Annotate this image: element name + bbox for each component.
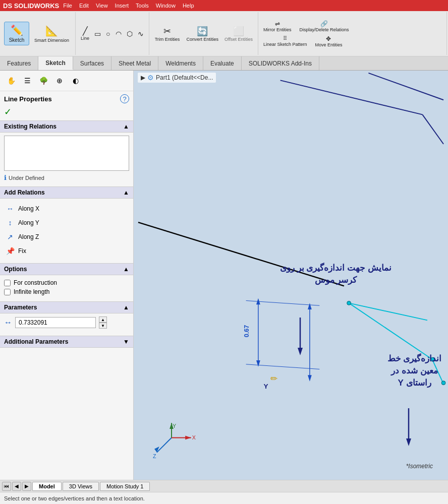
spin-up-button[interactable]: ▲ bbox=[99, 317, 107, 323]
svg-marker-33 bbox=[406, 438, 411, 446]
offset-icon: ⬜ bbox=[233, 26, 244, 37]
tab-sketch[interactable]: Sketch bbox=[38, 56, 73, 70]
feature-tabs: Features Sketch Surfaces Sheet Metal Wel… bbox=[0, 56, 448, 71]
menu-edit[interactable]: Edit bbox=[79, 3, 89, 9]
bottom-tab-bar: ⏮ ◀ ▶ Model 3D Views Motion Study 1 bbox=[0, 480, 448, 492]
display-delete-relations-button[interactable]: 🔗 Display/Delete Relations bbox=[297, 19, 351, 33]
collapse-options-icon: ▲ bbox=[123, 266, 129, 273]
parameters-section: Parameters ▲ ↔ ▲ ▼ bbox=[0, 301, 133, 334]
tab-surfaces[interactable]: Surfaces bbox=[73, 56, 111, 70]
tab-weldments[interactable]: Weldments bbox=[158, 56, 203, 70]
add-relations-section: Add Relations ▲ ↔ Along X ↕ Along Y ↗ Al… bbox=[0, 186, 133, 261]
tab-solidworks-addins[interactable]: SOLIDWORKS Add-Ins bbox=[242, 56, 319, 70]
mirror-icon: ⇌ bbox=[275, 20, 280, 27]
menu-file[interactable]: File bbox=[63, 3, 72, 9]
rect-tool-button[interactable]: ▭ bbox=[92, 29, 103, 39]
menu-view[interactable]: View bbox=[96, 3, 108, 9]
infinite-length-checkbox[interactable]: Infinite length bbox=[4, 287, 129, 296]
spin-down-button[interactable]: ▼ bbox=[99, 323, 107, 329]
additional-parameters-section: Additional Parameters ▼ bbox=[0, 336, 133, 348]
svg-marker-8 bbox=[308, 303, 312, 309]
along-z-button[interactable]: ↗ Along Z bbox=[4, 230, 129, 244]
svg-marker-22 bbox=[154, 447, 159, 453]
accept-button[interactable]: ✓ bbox=[4, 106, 129, 117]
along-z-icon: ↗ bbox=[5, 232, 15, 242]
info-icon: ℹ bbox=[4, 174, 7, 181]
panel-icon-5[interactable]: ◐ bbox=[69, 74, 83, 88]
display-relations-icon: 🔗 bbox=[320, 20, 328, 27]
length-value-input[interactable] bbox=[15, 317, 96, 328]
panel-icon-2[interactable]: ☰ bbox=[20, 74, 34, 88]
svg-text:X: X bbox=[192, 434, 196, 440]
help-button[interactable]: ? bbox=[120, 94, 129, 103]
sketch-button[interactable]: ✏️ Sketch bbox=[4, 22, 29, 45]
circle-tool-button[interactable]: ○ bbox=[104, 29, 112, 39]
options-header[interactable]: Options ▲ bbox=[0, 263, 133, 275]
svg-text:✏: ✏ bbox=[270, 373, 277, 384]
linear-pattern-button[interactable]: ⠿ Linear Sketch Pattern bbox=[261, 34, 309, 48]
nav-prev-button[interactable]: ◀ bbox=[12, 482, 21, 491]
svg-line-12 bbox=[349, 303, 432, 359]
panel-icon-3[interactable]: 🌳 bbox=[36, 74, 50, 88]
status-text: Select one or two edges/vertices and the… bbox=[4, 495, 145, 501]
menu-insert[interactable]: Insert bbox=[115, 3, 129, 9]
additional-parameters-header[interactable]: Additional Parameters ▼ bbox=[0, 336, 133, 348]
spline-icon: ∿ bbox=[138, 30, 144, 38]
dimension-icon: 📐 bbox=[45, 25, 58, 37]
fix-icon: 📌 bbox=[5, 246, 15, 256]
collapse-existing-relations-icon: ▲ bbox=[123, 123, 129, 130]
move-entities-button[interactable]: ✥ Move Entities bbox=[313, 34, 344, 48]
infinite-length-input[interactable] bbox=[4, 289, 11, 295]
menu-help[interactable]: Help bbox=[183, 3, 194, 9]
for-construction-checkbox[interactable]: For construction bbox=[4, 278, 129, 287]
along-y-icon: ↕ bbox=[5, 218, 15, 228]
add-relations-header[interactable]: Add Relations ▲ bbox=[0, 186, 133, 199]
offset-entities-button[interactable]: ⬜ Offset Entities bbox=[222, 25, 255, 43]
trim-entities-button[interactable]: ✂ Trim Entities bbox=[152, 25, 183, 43]
tab-sheet-metal[interactable]: Sheet Metal bbox=[111, 56, 158, 70]
options-content: For construction Infinite length bbox=[0, 275, 133, 299]
smart-dimension-button[interactable]: 📐 Smart Dimension bbox=[31, 23, 72, 45]
menu-window[interactable]: Window bbox=[156, 3, 176, 9]
mirror-entities-button[interactable]: ⇌ Mirror Entities bbox=[261, 19, 294, 33]
svg-line-0 bbox=[281, 80, 423, 114]
tab-features[interactable]: Features bbox=[0, 56, 38, 70]
pattern-icon: ⠿ bbox=[283, 35, 287, 42]
for-construction-input[interactable] bbox=[4, 280, 11, 286]
svg-text:Z: Z bbox=[153, 453, 156, 459]
svg-line-14 bbox=[349, 303, 427, 320]
convert-entities-button[interactable]: 🔄 Convert Entities bbox=[185, 25, 221, 43]
length-icon: ↔ bbox=[4, 318, 12, 327]
tab-model[interactable]: Model bbox=[32, 482, 62, 491]
along-x-button[interactable]: ↔ Along X bbox=[4, 202, 129, 216]
existing-relations-header[interactable]: Existing Relations ▲ bbox=[0, 120, 133, 133]
menu-tools[interactable]: Tools bbox=[136, 3, 149, 9]
panel-icon-1[interactable]: ✋ bbox=[4, 74, 18, 88]
parameters-header[interactable]: Parameters ▲ bbox=[0, 301, 133, 313]
line-tool-button[interactable]: ╱ Line bbox=[79, 25, 91, 42]
move-icon: ✥ bbox=[326, 35, 331, 42]
nav-next-button[interactable]: ▶ bbox=[22, 482, 31, 491]
nav-prev-prev-button[interactable]: ⏮ bbox=[2, 482, 11, 491]
tab-motion-study[interactable]: Motion Study 1 bbox=[100, 482, 150, 491]
fix-button[interactable]: 📌 Fix bbox=[4, 244, 129, 258]
panel-icon-4[interactable]: ⊕ bbox=[52, 74, 67, 88]
tab-evaluate[interactable]: Evaluate bbox=[203, 56, 242, 70]
app-logo: DS SOLIDWORKS bbox=[3, 2, 59, 10]
sketch-icon: ✏️ bbox=[11, 24, 23, 36]
spin-control: ▲ ▼ bbox=[99, 317, 107, 329]
existing-relations-box bbox=[4, 136, 129, 171]
existing-relations-section: Existing Relations ▲ ℹ Under Defined bbox=[0, 120, 133, 184]
options-section: Options ▲ For construction Infinite leng… bbox=[0, 263, 133, 299]
tab-3d-views[interactable]: 3D Views bbox=[63, 482, 99, 491]
arc-tool-button[interactable]: ◠ bbox=[114, 29, 124, 39]
spline-tool-button[interactable]: ∿ bbox=[136, 29, 146, 39]
along-y-button[interactable]: ↕ Along Y bbox=[4, 216, 129, 230]
menu-bar: File Edit View Insert Tools Window Help bbox=[63, 3, 194, 9]
annotation-arrow-2 bbox=[401, 408, 416, 449]
panel-title: Line Properties bbox=[4, 95, 52, 103]
panel-toolbar: ✋ ☰ 🌳 ⊕ ◐ bbox=[0, 71, 133, 91]
convert-icon: 🔄 bbox=[197, 26, 208, 37]
polygon-tool-button[interactable]: ⬡ bbox=[125, 29, 135, 39]
under-defined-status: ℹ Under Defined bbox=[4, 174, 129, 181]
